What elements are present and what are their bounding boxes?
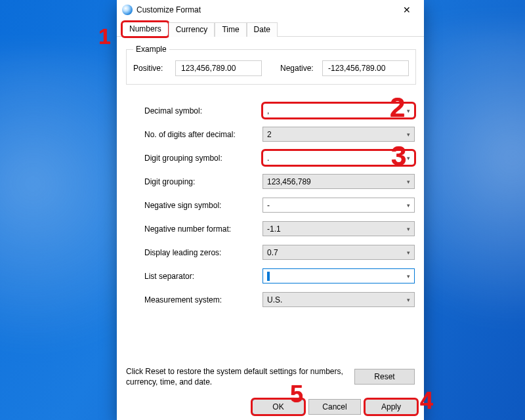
cancel-button[interactable]: Cancel	[308, 399, 361, 415]
digit-grouping-symbol-value: .	[267, 154, 269, 163]
digit-grouping-label: Digit grouping:	[144, 177, 262, 186]
titlebar: Customize Format ✕	[117, 0, 424, 20]
chevron-down-icon: ▾	[407, 226, 410, 232]
negative-label: Negative:	[280, 64, 317, 73]
measurement-label: Measurement system:	[144, 295, 262, 304]
digit-grouping-combo[interactable]: 123,456,789 ▾	[262, 174, 415, 189]
chevron-down-icon: ▾	[407, 202, 410, 209]
chevron-down-icon: ▾	[407, 108, 410, 114]
chevron-down-icon: ▾	[407, 155, 410, 161]
digit-grouping-value: 123,456,789	[267, 177, 311, 186]
text-caret	[267, 272, 270, 281]
digit-grouping-symbol-label: Digit grouping symbol:	[144, 154, 262, 163]
negative-format-value: -1.1	[267, 224, 281, 234]
tab-date[interactable]: Date	[247, 22, 278, 37]
chevron-down-icon: ▾	[407, 273, 410, 280]
leading-zeros-value: 0.7	[267, 248, 278, 257]
measurement-value: U.S.	[267, 295, 282, 304]
decimal-symbol-label: Decimal symbol:	[144, 106, 262, 116]
digit-grouping-symbol-combo[interactable]: . ▾	[262, 150, 415, 165]
globe-icon	[122, 5, 133, 15]
action-bar: OK Cancel Apply	[117, 395, 424, 420]
close-icon: ✕	[403, 5, 411, 15]
positive-label: Positive:	[133, 64, 170, 73]
negative-sign-label: Negative sign symbol:	[144, 201, 262, 210]
decimal-symbol-value: ,	[267, 106, 269, 116]
measurement-combo[interactable]: U.S. ▾	[262, 292, 415, 307]
tab-numbers[interactable]: Numbers	[122, 22, 169, 37]
digits-after-decimal-value: 2	[267, 130, 272, 139]
positive-value: 123,456,789.00	[175, 60, 262, 76]
example-group: Example Positive: 123,456,789.00 Negativ…	[126, 45, 416, 85]
close-button[interactable]: ✕	[394, 0, 420, 20]
tab-currency[interactable]: Currency	[169, 22, 215, 37]
chevron-down-icon: ▾	[407, 297, 410, 303]
reset-button[interactable]: Reset	[354, 369, 415, 385]
negative-sign-combo[interactable]: - ▾	[262, 198, 415, 213]
reset-area: Click Reset to restore the system defaul…	[126, 362, 415, 391]
customize-format-dialog: Customize Format ✕ Numbers Currency Time…	[117, 0, 424, 420]
window-title: Customize Format	[136, 5, 394, 14]
negative-value: -123,456,789.00	[322, 60, 409, 76]
example-legend: Example	[133, 45, 169, 54]
chevron-down-icon: ▾	[407, 249, 410, 256]
tabstrip: Numbers Currency Time Date	[117, 21, 424, 37]
digits-after-decimal-combo[interactable]: 2 ▾	[262, 127, 415, 142]
apply-button[interactable]: Apply	[365, 399, 417, 415]
annotation-1: 1	[98, 24, 111, 49]
form-rows: Decimal symbol: , ▾ No. of digits after …	[126, 103, 415, 316]
leading-zeros-label: Display leading zeros:	[144, 248, 262, 257]
leading-zeros-combo[interactable]: 0.7 ▾	[262, 245, 415, 260]
ok-button[interactable]: OK	[252, 399, 304, 415]
negative-format-label: Negative number format:	[144, 224, 262, 234]
numbers-panel: Example Positive: 123,456,789.00 Negativ…	[117, 37, 424, 395]
digits-after-decimal-label: No. of digits after decimal:	[144, 130, 262, 139]
chevron-down-icon: ▾	[407, 131, 410, 138]
list-separator-combo[interactable]: ▾	[262, 268, 415, 284]
tab-time[interactable]: Time	[215, 22, 246, 37]
reset-text: Click Reset to restore the system defaul…	[126, 366, 345, 387]
chevron-down-icon: ▾	[407, 178, 410, 185]
negative-format-combo[interactable]: -1.1 ▾	[262, 221, 415, 236]
decimal-symbol-combo[interactable]: , ▾	[262, 103, 415, 118]
list-separator-label: List separator:	[144, 272, 262, 281]
negative-sign-value: -	[267, 201, 270, 210]
